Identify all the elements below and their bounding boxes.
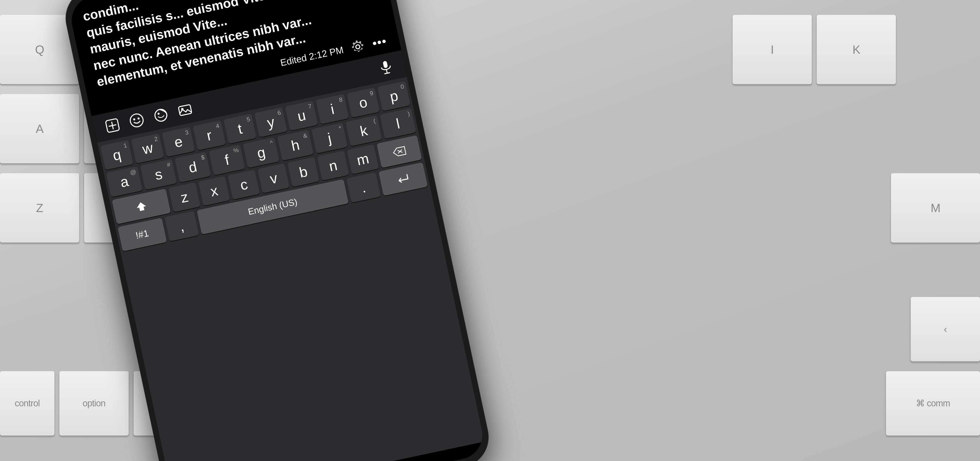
key-n[interactable]: n [317,151,349,181]
emoji-icon[interactable] [126,110,147,130]
svg-line-12 [385,73,390,74]
mac-key-z[interactable]: Z [0,173,79,243]
key-h[interactable]: &h [277,130,313,161]
svg-rect-10 [383,60,388,68]
key-a[interactable]: @a [106,166,143,197]
mac-key-control[interactable]: control [0,371,54,436]
key-z[interactable]: z [169,182,200,212]
key-k[interactable]: (k [346,115,382,146]
key-c[interactable]: c [228,170,260,200]
mac-key-a[interactable]: A [0,94,79,163]
enter-key[interactable] [379,162,428,196]
key-x[interactable]: x [198,176,230,206]
key-w[interactable]: 2w [131,134,164,164]
period-key[interactable]: . [346,172,381,203]
key-y[interactable]: 6y [255,107,287,137]
image-icon[interactable] [175,100,196,120]
key-i[interactable]: 8i [316,94,349,124]
key-q[interactable]: 1q [100,140,134,170]
key-d[interactable]: $d [174,152,211,183]
svg-point-4 [133,118,135,121]
svg-point-5 [137,117,140,119]
mac-key-command-right[interactable]: ⌘ comm [886,371,980,436]
svg-point-7 [158,113,159,115]
key-l[interactable]: )l [380,108,416,139]
sticker-icon[interactable] [151,105,171,126]
key-t[interactable]: 5t [223,114,256,144]
key-j[interactable]: *j [311,123,348,154]
mac-key-left-arrow[interactable]: ‹ [911,297,980,361]
key-r[interactable]: 4r [193,120,226,151]
svg-line-14 [398,149,402,153]
key-u[interactable]: 7u [285,101,318,131]
settings-icon[interactable] [349,38,367,56]
key-m[interactable]: m [347,144,379,174]
backspace-key[interactable] [377,135,422,168]
key-e[interactable]: 3e [162,127,195,157]
key-o[interactable]: 9o [347,87,380,118]
more-options-icon[interactable]: ••• [371,33,388,51]
svg-point-3 [129,113,145,128]
mac-key-option[interactable]: option [59,371,129,436]
mac-key-m[interactable]: M [891,173,980,243]
symbols-key[interactable]: !#1 [118,218,167,251]
key-g[interactable]: ^g [243,137,279,168]
key-f[interactable]: %f [209,145,245,175]
svg-rect-8 [178,105,192,116]
microphone-icon[interactable] [375,57,396,78]
mac-key-k[interactable]: K [817,15,896,84]
key-b[interactable]: b [288,157,320,187]
add-icon[interactable] [102,115,123,136]
comma-key[interactable]: , [164,211,199,241]
mac-key-i[interactable]: I [733,15,812,84]
key-s[interactable]: #s [140,159,177,190]
key-v[interactable]: v [258,163,290,193]
key-p[interactable]: 0p [377,81,410,111]
